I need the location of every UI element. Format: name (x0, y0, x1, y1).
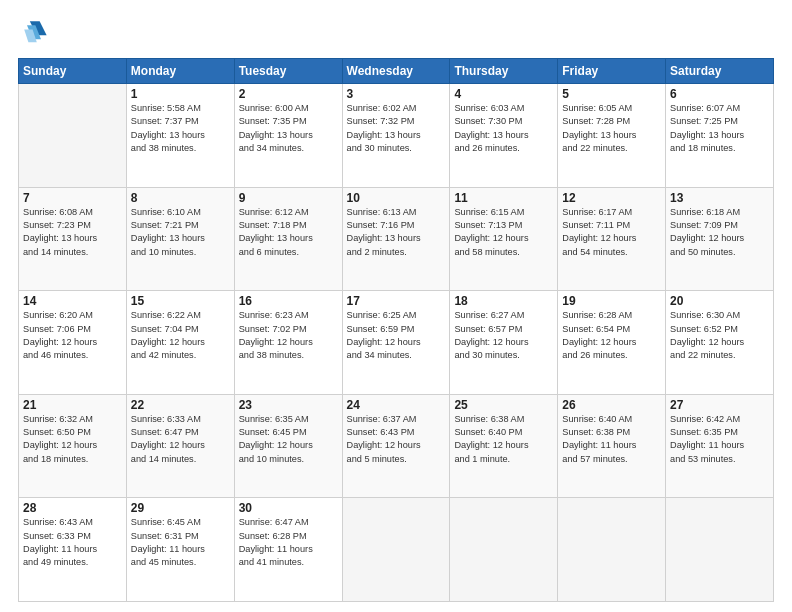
weekday-header: Sunday (19, 59, 127, 84)
day-number: 3 (347, 87, 446, 101)
weekday-row: SundayMondayTuesdayWednesdayThursdayFrid… (19, 59, 774, 84)
calendar-cell: 6Sunrise: 6:07 AMSunset: 7:25 PMDaylight… (666, 84, 774, 188)
calendar-cell: 16Sunrise: 6:23 AMSunset: 7:02 PMDayligh… (234, 291, 342, 395)
day-number: 11 (454, 191, 553, 205)
calendar-cell (342, 498, 450, 602)
day-number: 17 (347, 294, 446, 308)
calendar-cell: 13Sunrise: 6:18 AMSunset: 7:09 PMDayligh… (666, 187, 774, 291)
day-number: 9 (239, 191, 338, 205)
day-number: 7 (23, 191, 122, 205)
calendar-cell: 24Sunrise: 6:37 AMSunset: 6:43 PMDayligh… (342, 394, 450, 498)
day-info: Sunrise: 6:12 AMSunset: 7:18 PMDaylight:… (239, 206, 338, 259)
day-info: Sunrise: 6:03 AMSunset: 7:30 PMDaylight:… (454, 102, 553, 155)
day-number: 30 (239, 501, 338, 515)
day-info: Sunrise: 6:40 AMSunset: 6:38 PMDaylight:… (562, 413, 661, 466)
calendar-week-row: 1Sunrise: 5:58 AMSunset: 7:37 PMDaylight… (19, 84, 774, 188)
calendar-cell: 17Sunrise: 6:25 AMSunset: 6:59 PMDayligh… (342, 291, 450, 395)
calendar-cell: 22Sunrise: 6:33 AMSunset: 6:47 PMDayligh… (126, 394, 234, 498)
weekday-header: Thursday (450, 59, 558, 84)
day-info: Sunrise: 6:42 AMSunset: 6:35 PMDaylight:… (670, 413, 769, 466)
calendar-cell (558, 498, 666, 602)
day-info: Sunrise: 6:20 AMSunset: 7:06 PMDaylight:… (23, 309, 122, 362)
calendar-cell: 7Sunrise: 6:08 AMSunset: 7:23 PMDaylight… (19, 187, 127, 291)
day-info: Sunrise: 5:58 AMSunset: 7:37 PMDaylight:… (131, 102, 230, 155)
calendar-cell: 14Sunrise: 6:20 AMSunset: 7:06 PMDayligh… (19, 291, 127, 395)
calendar-cell: 10Sunrise: 6:13 AMSunset: 7:16 PMDayligh… (342, 187, 450, 291)
calendar-cell: 3Sunrise: 6:02 AMSunset: 7:32 PMDaylight… (342, 84, 450, 188)
calendar-cell: 25Sunrise: 6:38 AMSunset: 6:40 PMDayligh… (450, 394, 558, 498)
day-number: 5 (562, 87, 661, 101)
weekday-header: Saturday (666, 59, 774, 84)
day-info: Sunrise: 6:10 AMSunset: 7:21 PMDaylight:… (131, 206, 230, 259)
calendar-cell: 2Sunrise: 6:00 AMSunset: 7:35 PMDaylight… (234, 84, 342, 188)
weekday-header: Wednesday (342, 59, 450, 84)
day-info: Sunrise: 6:47 AMSunset: 6:28 PMDaylight:… (239, 516, 338, 569)
calendar-cell: 8Sunrise: 6:10 AMSunset: 7:21 PMDaylight… (126, 187, 234, 291)
calendar-cell: 5Sunrise: 6:05 AMSunset: 7:28 PMDaylight… (558, 84, 666, 188)
weekday-header: Monday (126, 59, 234, 84)
calendar-cell (666, 498, 774, 602)
day-info: Sunrise: 6:13 AMSunset: 7:16 PMDaylight:… (347, 206, 446, 259)
calendar-cell: 9Sunrise: 6:12 AMSunset: 7:18 PMDaylight… (234, 187, 342, 291)
calendar-header: SundayMondayTuesdayWednesdayThursdayFrid… (19, 59, 774, 84)
day-info: Sunrise: 6:33 AMSunset: 6:47 PMDaylight:… (131, 413, 230, 466)
calendar-cell (19, 84, 127, 188)
day-number: 22 (131, 398, 230, 412)
calendar-cell: 27Sunrise: 6:42 AMSunset: 6:35 PMDayligh… (666, 394, 774, 498)
day-info: Sunrise: 6:35 AMSunset: 6:45 PMDaylight:… (239, 413, 338, 466)
day-number: 20 (670, 294, 769, 308)
weekday-header: Tuesday (234, 59, 342, 84)
day-info: Sunrise: 6:45 AMSunset: 6:31 PMDaylight:… (131, 516, 230, 569)
calendar-week-row: 21Sunrise: 6:32 AMSunset: 6:50 PMDayligh… (19, 394, 774, 498)
calendar-cell: 11Sunrise: 6:15 AMSunset: 7:13 PMDayligh… (450, 187, 558, 291)
calendar-cell: 28Sunrise: 6:43 AMSunset: 6:33 PMDayligh… (19, 498, 127, 602)
day-info: Sunrise: 6:23 AMSunset: 7:02 PMDaylight:… (239, 309, 338, 362)
day-info: Sunrise: 6:15 AMSunset: 7:13 PMDaylight:… (454, 206, 553, 259)
day-number: 21 (23, 398, 122, 412)
day-number: 18 (454, 294, 553, 308)
day-info: Sunrise: 6:38 AMSunset: 6:40 PMDaylight:… (454, 413, 553, 466)
calendar-cell: 18Sunrise: 6:27 AMSunset: 6:57 PMDayligh… (450, 291, 558, 395)
day-number: 10 (347, 191, 446, 205)
calendar-cell: 26Sunrise: 6:40 AMSunset: 6:38 PMDayligh… (558, 394, 666, 498)
day-info: Sunrise: 6:02 AMSunset: 7:32 PMDaylight:… (347, 102, 446, 155)
calendar-body: 1Sunrise: 5:58 AMSunset: 7:37 PMDaylight… (19, 84, 774, 602)
day-info: Sunrise: 6:32 AMSunset: 6:50 PMDaylight:… (23, 413, 122, 466)
day-number: 19 (562, 294, 661, 308)
day-info: Sunrise: 6:08 AMSunset: 7:23 PMDaylight:… (23, 206, 122, 259)
day-info: Sunrise: 6:37 AMSunset: 6:43 PMDaylight:… (347, 413, 446, 466)
day-info: Sunrise: 6:22 AMSunset: 7:04 PMDaylight:… (131, 309, 230, 362)
calendar-table: SundayMondayTuesdayWednesdayThursdayFrid… (18, 58, 774, 602)
logo (18, 18, 48, 50)
day-number: 29 (131, 501, 230, 515)
calendar-cell: 21Sunrise: 6:32 AMSunset: 6:50 PMDayligh… (19, 394, 127, 498)
day-number: 23 (239, 398, 338, 412)
day-info: Sunrise: 6:18 AMSunset: 7:09 PMDaylight:… (670, 206, 769, 259)
day-info: Sunrise: 6:05 AMSunset: 7:28 PMDaylight:… (562, 102, 661, 155)
day-number: 2 (239, 87, 338, 101)
calendar-cell: 1Sunrise: 5:58 AMSunset: 7:37 PMDaylight… (126, 84, 234, 188)
calendar-cell: 4Sunrise: 6:03 AMSunset: 7:30 PMDaylight… (450, 84, 558, 188)
calendar-cell: 12Sunrise: 6:17 AMSunset: 7:11 PMDayligh… (558, 187, 666, 291)
calendar-cell: 15Sunrise: 6:22 AMSunset: 7:04 PMDayligh… (126, 291, 234, 395)
day-info: Sunrise: 6:07 AMSunset: 7:25 PMDaylight:… (670, 102, 769, 155)
day-number: 26 (562, 398, 661, 412)
day-info: Sunrise: 6:27 AMSunset: 6:57 PMDaylight:… (454, 309, 553, 362)
logo-icon (20, 18, 48, 46)
day-number: 16 (239, 294, 338, 308)
day-number: 4 (454, 87, 553, 101)
day-number: 14 (23, 294, 122, 308)
calendar-cell: 29Sunrise: 6:45 AMSunset: 6:31 PMDayligh… (126, 498, 234, 602)
weekday-header: Friday (558, 59, 666, 84)
day-number: 8 (131, 191, 230, 205)
calendar-cell: 19Sunrise: 6:28 AMSunset: 6:54 PMDayligh… (558, 291, 666, 395)
header (18, 18, 774, 50)
calendar-cell: 23Sunrise: 6:35 AMSunset: 6:45 PMDayligh… (234, 394, 342, 498)
day-info: Sunrise: 6:30 AMSunset: 6:52 PMDaylight:… (670, 309, 769, 362)
day-info: Sunrise: 6:00 AMSunset: 7:35 PMDaylight:… (239, 102, 338, 155)
day-number: 25 (454, 398, 553, 412)
calendar-week-row: 14Sunrise: 6:20 AMSunset: 7:06 PMDayligh… (19, 291, 774, 395)
day-number: 1 (131, 87, 230, 101)
day-info: Sunrise: 6:25 AMSunset: 6:59 PMDaylight:… (347, 309, 446, 362)
day-number: 6 (670, 87, 769, 101)
